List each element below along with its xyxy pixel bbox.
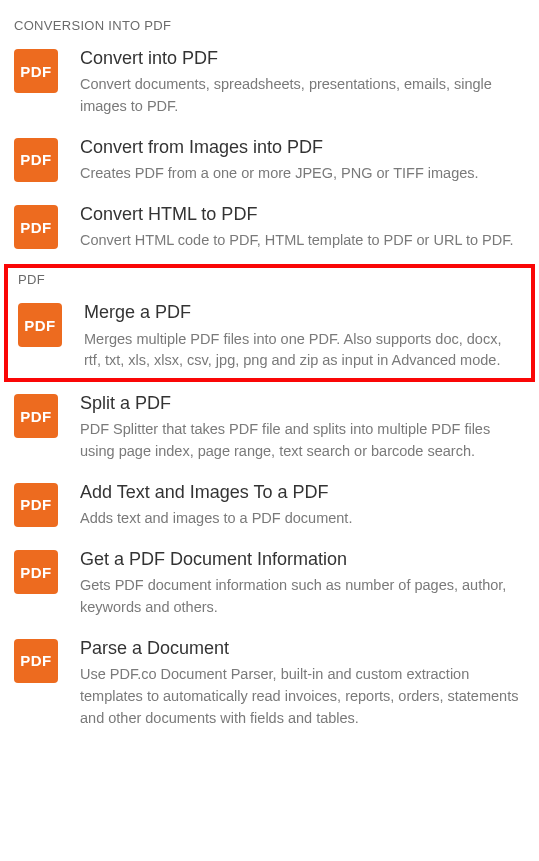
pdf-icon-label: PDF <box>20 63 52 80</box>
action-convert-from-images[interactable]: PDF Convert from Images into PDF Creates… <box>0 128 539 195</box>
action-split-pdf[interactable]: PDF Split a PDF PDF Splitter that takes … <box>0 384 539 473</box>
action-desc: Convert HTML code to PDF, HTML template … <box>80 230 525 252</box>
pdf-icon: PDF <box>14 483 58 527</box>
pdf-icon-label: PDF <box>20 219 52 236</box>
action-text: Convert from Images into PDF Creates PDF… <box>58 136 525 185</box>
pdf-icon-label: PDF <box>20 564 52 581</box>
action-convert-into-pdf[interactable]: PDF Convert into PDF Convert documents, … <box>0 39 539 128</box>
action-text: Merge a PDF Merges multiple PDF files in… <box>62 301 521 372</box>
action-text: Parse a Document Use PDF.co Document Par… <box>58 637 525 730</box>
action-desc: Adds text and images to a PDF document. <box>80 508 525 530</box>
action-desc: Use PDF.co Document Parser, built-in and… <box>80 664 525 729</box>
pdf-icon: PDF <box>14 394 58 438</box>
action-title: Get a PDF Document Information <box>80 548 525 571</box>
action-title: Parse a Document <box>80 637 525 660</box>
action-get-pdf-info[interactable]: PDF Get a PDF Document Information Gets … <box>0 540 539 629</box>
section-header-conversion: CONVERSION INTO PDF <box>0 10 539 39</box>
action-title: Convert from Images into PDF <box>80 136 525 159</box>
pdf-icon: PDF <box>18 303 62 347</box>
pdf-icon-label: PDF <box>20 496 52 513</box>
action-desc: Gets PDF document information such as nu… <box>80 575 525 619</box>
action-title: Merge a PDF <box>84 301 521 324</box>
pdf-icon-label: PDF <box>20 151 52 168</box>
pdf-icon: PDF <box>14 205 58 249</box>
action-text: Convert into PDF Convert documents, spre… <box>58 47 525 118</box>
action-merge-pdf[interactable]: PDF Merge a PDF Merges multiple PDF file… <box>8 293 531 378</box>
action-add-text-images[interactable]: PDF Add Text and Images To a PDF Adds te… <box>0 473 539 540</box>
pdf-icon: PDF <box>14 49 58 93</box>
action-title: Convert HTML to PDF <box>80 203 525 226</box>
pdf-icon: PDF <box>14 639 58 683</box>
section-header-pdf: PDF <box>8 268 531 293</box>
pdf-icon-label: PDF <box>20 408 52 425</box>
action-desc: PDF Splitter that takes PDF file and spl… <box>80 419 525 463</box>
action-desc: Convert documents, spreadsheets, present… <box>80 74 525 118</box>
action-convert-html[interactable]: PDF Convert HTML to PDF Convert HTML cod… <box>0 195 539 262</box>
action-text: Add Text and Images To a PDF Adds text a… <box>58 481 525 530</box>
action-text: Split a PDF PDF Splitter that takes PDF … <box>58 392 525 463</box>
selection-highlight: PDF PDF Merge a PDF Merges multiple PDF … <box>4 264 535 382</box>
action-desc: Merges multiple PDF files into one PDF. … <box>84 329 521 373</box>
pdf-icon: PDF <box>14 550 58 594</box>
pdf-icon: PDF <box>14 138 58 182</box>
action-text: Convert HTML to PDF Convert HTML code to… <box>58 203 525 252</box>
action-title: Split a PDF <box>80 392 525 415</box>
pdf-icon-label: PDF <box>20 652 52 669</box>
action-desc: Creates PDF from a one or more JPEG, PNG… <box>80 163 525 185</box>
action-parse-document[interactable]: PDF Parse a Document Use PDF.co Document… <box>0 629 539 740</box>
pdf-icon-label: PDF <box>24 317 56 334</box>
action-text: Get a PDF Document Information Gets PDF … <box>58 548 525 619</box>
action-title: Convert into PDF <box>80 47 525 70</box>
action-title: Add Text and Images To a PDF <box>80 481 525 504</box>
